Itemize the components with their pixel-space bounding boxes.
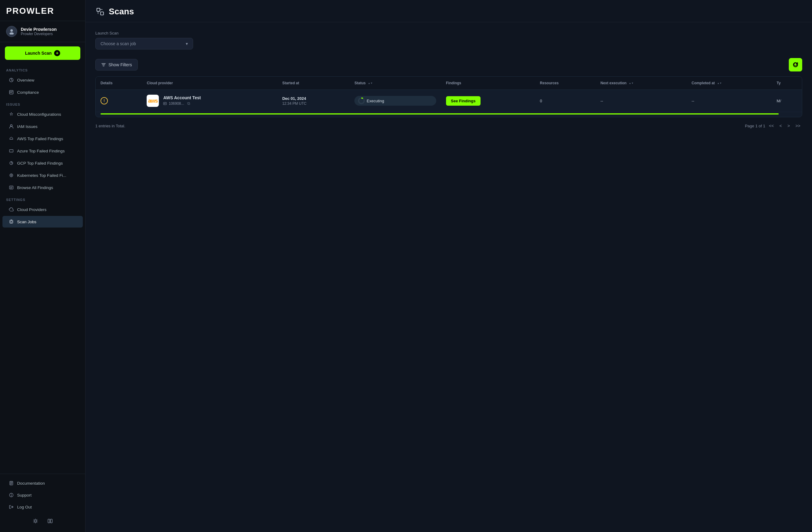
- col-details: Details: [96, 77, 142, 90]
- progress-circle: [358, 98, 365, 104]
- row-cloud-provider: aws AWS Account Test: [142, 90, 277, 112]
- svg-rect-12: [11, 220, 12, 220]
- user-name: Devie Prowlerson: [21, 27, 57, 32]
- svg-point-0: [10, 29, 13, 32]
- sidebar-item-aws-findings[interactable]: AWS Top Failed Findings: [2, 133, 83, 145]
- svg-rect-19: [97, 8, 100, 11]
- logout-icon: [9, 504, 14, 510]
- svg-rect-20: [97, 8, 100, 11]
- user-org: Prowler Developers: [21, 32, 57, 36]
- progress-bar: [101, 113, 779, 115]
- show-filters-button[interactable]: Show Filters: [95, 59, 138, 71]
- aws-findings-icon: [9, 136, 14, 142]
- sidebar-item-cloud-misconfig[interactable]: Cloud Misconfigurations: [2, 108, 83, 120]
- last-page-button[interactable]: >>: [794, 122, 802, 130]
- row-next-execution: --: [596, 90, 687, 112]
- table-scroll: Details Cloud provider Started at Status…: [96, 77, 802, 117]
- filter-btn-label: Show Filters: [108, 62, 132, 67]
- settings-section-label: Settings: [0, 194, 85, 203]
- kubernetes-label: Kubernetes Top Failed Fi...: [17, 173, 66, 178]
- sidebar-item-cloud-providers[interactable]: Cloud Providers: [2, 204, 83, 215]
- scan-job-dropdown[interactable]: Choose a scan job ▾: [95, 38, 193, 49]
- provider-info: AWS Account Test 106908... ⧉: [163, 95, 201, 106]
- cloud-misconfig-icon: [9, 112, 14, 117]
- svg-rect-17: [48, 519, 50, 523]
- sidebar-item-gcp-findings[interactable]: GCP Top Failed Findings: [2, 157, 83, 169]
- col-findings: Findings: [441, 77, 535, 90]
- logo: PROWLER: [6, 6, 79, 16]
- table-footer: 1 entries in Total. Page 1 of 1 << < > >…: [95, 117, 802, 131]
- cloud-providers-label: Cloud Providers: [17, 207, 46, 212]
- col-cloud-provider: Cloud provider: [142, 77, 277, 90]
- aws-text: aws: [148, 98, 158, 104]
- sidebar-item-iam[interactable]: IAM Issues: [2, 121, 83, 132]
- sidebar-item-browse-findings[interactable]: Browse All Findings: [2, 182, 83, 193]
- main-content: Scans Launch Scan Choose a scan job ▾ Sh…: [86, 0, 812, 532]
- col-type: Ty: [772, 77, 802, 90]
- sidebar-item-overview[interactable]: Overview: [2, 74, 83, 86]
- user-info: Devie Prowlerson Prowler Developers: [21, 27, 57, 36]
- chevron-down-icon: ▾: [186, 41, 188, 46]
- svg-point-11: [10, 221, 12, 223]
- entries-total: 1 entries in Total.: [95, 124, 125, 128]
- launch-scan-label: Launch Scan: [25, 51, 52, 56]
- row-resources: 0: [535, 90, 595, 112]
- iam-label: IAM Issues: [17, 124, 38, 129]
- filter-icon: [101, 62, 106, 67]
- overview-label: Overview: [17, 78, 34, 83]
- theme-toggle-icon[interactable]: [31, 517, 40, 525]
- plus-icon: +: [54, 50, 60, 56]
- scan-job-dropdown-placeholder: Choose a scan job: [101, 41, 136, 46]
- gcp-findings-label: GCP Top Failed Findings: [17, 161, 63, 165]
- page-content-area: Launch Scan Choose a scan job ▾ Show Fil…: [86, 22, 812, 532]
- sidebar-item-kubernetes-findings[interactable]: Kubernetes Top Failed Fi...: [2, 169, 83, 181]
- provider-id: 106908...: [169, 101, 184, 106]
- svg-rect-21: [101, 12, 104, 15]
- support-icon: [9, 492, 14, 498]
- sidebar-item-support[interactable]: Support: [2, 489, 83, 501]
- progress-inner: [359, 99, 364, 103]
- see-findings-label: See Findings: [451, 99, 476, 103]
- cloud-providers-icon: [9, 207, 14, 212]
- analytics-section-label: Analytics: [0, 64, 85, 74]
- row-type: M/: [772, 90, 802, 112]
- sidebar-item-azure-findings[interactable]: Azure Top Failed Findings: [2, 145, 83, 157]
- layout-toggle-icon[interactable]: [46, 517, 54, 525]
- refresh-button[interactable]: [789, 58, 802, 72]
- see-findings-button[interactable]: See Findings: [446, 96, 480, 106]
- provider-id-row: 106908... ⧉: [163, 101, 201, 106]
- docs-label: Documentation: [17, 481, 45, 486]
- status-badge: Executing: [354, 96, 436, 106]
- refresh-icon: [793, 62, 799, 68]
- provider-name: AWS Account Test: [163, 95, 201, 100]
- svg-point-16: [34, 520, 37, 522]
- svg-rect-22: [163, 102, 166, 105]
- sidebar-logo-area: PROWLER: [0, 0, 85, 21]
- row-status: Executing: [349, 90, 441, 112]
- sidebar-item-logout[interactable]: Log Out: [2, 501, 83, 513]
- row-findings: See Findings: [441, 90, 535, 112]
- logout-label: Log Out: [17, 505, 32, 509]
- prev-page-button[interactable]: <: [778, 122, 784, 130]
- aws-findings-label: AWS Top Failed Findings: [17, 136, 63, 141]
- sidebar-item-docs[interactable]: Documentation: [2, 477, 83, 489]
- row-completed-at: --: [687, 90, 772, 112]
- col-next-execution[interactable]: Next execution ▲▼: [596, 77, 687, 90]
- next-page-button[interactable]: >: [785, 122, 792, 130]
- progress-bar-row: [96, 112, 802, 117]
- browse-findings-icon: [9, 185, 14, 190]
- sidebar-item-scan-jobs[interactable]: Scan Jobs: [2, 216, 83, 227]
- svg-point-15: [11, 494, 12, 494]
- first-page-button[interactable]: <<: [767, 122, 775, 130]
- sidebar-item-compliance[interactable]: Compliance: [2, 86, 83, 98]
- scan-jobs-icon: [9, 219, 14, 224]
- compliance-icon: [9, 89, 14, 95]
- col-completed-at[interactable]: Completed at ▲▼: [687, 77, 772, 90]
- overview-icon: [9, 77, 14, 83]
- scans-header-icon: [95, 7, 105, 16]
- docs-icon: [9, 481, 14, 486]
- copy-id-button[interactable]: ⧉: [186, 101, 191, 106]
- launch-scan-button[interactable]: Launch Scan +: [5, 46, 80, 60]
- col-status[interactable]: Status ▲▼: [349, 77, 441, 90]
- page-info: Page 1 of 1: [745, 124, 765, 128]
